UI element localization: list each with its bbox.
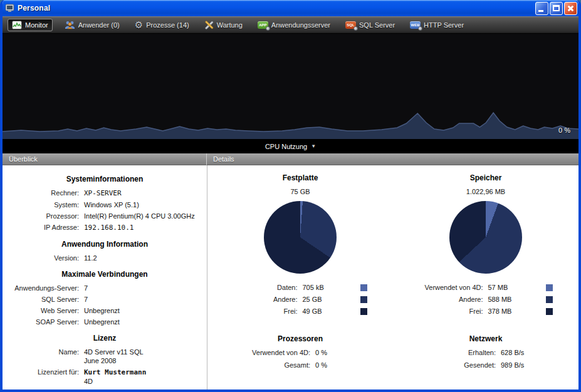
- legend-swatch: [546, 284, 553, 291]
- status-dot: [353, 26, 358, 31]
- info-row: SOAP Server: Unbegrenzt: [3, 318, 207, 326]
- info-row: SQL Server: 7: [3, 296, 207, 303]
- memory-total: 1.022,96 MB: [393, 188, 578, 195]
- sql-server-icon: SQL: [345, 21, 356, 29]
- legend-row: Frei: 49 GB: [234, 307, 367, 315]
- licensed-to-value: Kurt Mustermann4D: [84, 368, 146, 385]
- content-area: Systeminformationen Rechner: XP-SERVER S…: [3, 165, 578, 389]
- window-controls: [535, 2, 577, 15]
- computer-name-value: XP-SERVER: [84, 189, 122, 197]
- toolbar-label: Monitor: [25, 21, 48, 29]
- legend-swatch: [360, 308, 367, 315]
- disk-pie-chart: [264, 201, 337, 274]
- title-bar: Personal: [0, 0, 581, 16]
- stat-row: Verwendet von 4D: 0 %: [207, 349, 393, 356]
- legend-row: Andere: 25 GB: [234, 296, 367, 303]
- minimize-icon: [538, 10, 543, 12]
- toolbar-button-anwender[interactable]: Anwender (0): [61, 19, 123, 31]
- legend-row: Daten: 705 kB: [234, 284, 367, 291]
- info-row: Lizenziert für: Kurt Mustermann4D: [3, 368, 207, 385]
- disk-title: Festplatte: [207, 173, 393, 182]
- graph-source-selector[interactable]: CPU Nutzung ▼: [3, 139, 578, 153]
- users-icon: [65, 21, 75, 29]
- legend-swatch: [360, 284, 367, 291]
- disk-total: 75 GB: [207, 188, 393, 195]
- window-title: Personal: [18, 4, 535, 13]
- toolbar-label: Anwendungsserver: [271, 21, 330, 29]
- info-row: Prozessor: Intel(R) Pentium(R) 4 CPU 3.0…: [3, 212, 207, 220]
- section-title-maximale-verbindungen: Maximale Verbindungen: [3, 270, 207, 279]
- network-title: Netzwerk: [393, 334, 578, 343]
- minimize-button[interactable]: [535, 2, 548, 15]
- status-dot: [418, 26, 422, 31]
- stat-row: Gesamt: 0 %: [207, 361, 393, 369]
- gear-icon: ⚙: [135, 20, 143, 29]
- legend-row: Verwendet von 4D: 57 MB: [419, 284, 553, 291]
- overview-panel-header: Überblick: [3, 153, 207, 165]
- maximize-icon: [553, 5, 560, 11]
- toolbar-button-prozesse[interactable]: ⚙ Prozesse (14): [132, 18, 192, 31]
- legend-row: Andere: 588 MB: [419, 296, 553, 303]
- toolbar-button-monitor[interactable]: Monitor: [8, 19, 53, 31]
- cpu-current-value: 0 %: [558, 126, 570, 134]
- chevron-down-icon: ▼: [311, 143, 316, 149]
- toolbar-label: Wartung: [217, 21, 243, 29]
- section-title-systeminformationen: Systeminformationen: [3, 175, 207, 183]
- panel-headers: Überblick Details: [3, 153, 578, 165]
- tools-icon: [204, 21, 214, 29]
- toolbar-label: Prozesse (14): [146, 21, 189, 29]
- monitor-icon: [12, 21, 22, 29]
- memory-pie-chart: [449, 201, 522, 274]
- stat-row: Gesendet: 989 B/s: [393, 361, 578, 369]
- memory-title: Speicher: [393, 173, 578, 182]
- legend-swatch: [546, 308, 553, 315]
- section-title-lizenz: Lizenz: [3, 334, 207, 343]
- ip-address-value: 192.168.10.1: [84, 224, 133, 232]
- toolbar-label: HTTP Server: [424, 21, 464, 29]
- info-row: System: Windows XP (5.1): [3, 201, 207, 209]
- application-icon: [5, 3, 15, 13]
- graph-source-label: CPU Nutzung: [265, 143, 307, 150]
- details-panel-header: Details: [207, 153, 578, 165]
- web-server-icon: WEB: [410, 21, 421, 29]
- info-row: Name: 4D Server v11 SQLJune 2008: [3, 348, 207, 364]
- memory-section: Speicher 1.022,96 MB Verwendet von 4D: 5…: [393, 165, 578, 374]
- info-row: Web Server: Unbegrenzt: [3, 307, 207, 314]
- processors-title: Prozessoren: [207, 334, 393, 343]
- info-row: Version: 11.2: [3, 254, 207, 262]
- stat-row: Erhalten: 628 B/s: [393, 349, 578, 356]
- license-name-value: 4D Server v11 SQLJune 2008: [84, 348, 144, 364]
- legend-swatch: [546, 296, 553, 303]
- toolbar-button-http-server[interactable]: WEB HTTP Server: [407, 19, 467, 31]
- legend-row: Frei: 378 MB: [419, 307, 553, 315]
- details-panel: Festplatte 75 GB Daten: 705 kB Andere: 2…: [207, 165, 578, 389]
- system-value: Windows XP (5.1): [84, 201, 139, 209]
- maximize-button[interactable]: [550, 2, 563, 15]
- toolbar-button-wartung[interactable]: Wartung: [201, 19, 246, 31]
- toolbar-button-anwendungsserver[interactable]: APP Anwendungsserver: [254, 19, 333, 31]
- legend-swatch: [360, 296, 367, 303]
- status-dot: [266, 26, 270, 31]
- info-row: Anwendungs-Server: 7: [3, 284, 207, 292]
- processor-value: Intel(R) Pentium(R) 4 CPU 3.00GHz: [84, 212, 195, 220]
- toolbar: Monitor Anwender (0) ⚙ Prozesse (14) War…: [3, 16, 578, 34]
- memory-legend: Verwendet von 4D: 57 MB Andere: 588 MB F…: [419, 284, 553, 319]
- section-title-anwendung-information: Anwendung Information: [3, 240, 207, 249]
- toolbar-button-sql-server[interactable]: SQL SQL Server: [342, 19, 398, 31]
- disk-legend: Daten: 705 kB Andere: 25 GB Frei: 49 GB: [234, 284, 367, 319]
- info-row: Rechner: XP-SERVER: [3, 189, 207, 197]
- overview-panel: Systeminformationen Rechner: XP-SERVER S…: [3, 165, 207, 389]
- info-row: IP Adresse: 192.168.10.1: [3, 224, 207, 232]
- toolbar-label: SQL Server: [359, 21, 395, 29]
- app-server-icon: APP: [258, 21, 268, 29]
- close-button[interactable]: [564, 2, 577, 15]
- cpu-area-fill: [3, 113, 578, 139]
- toolbar-label: Anwender (0): [78, 21, 120, 29]
- cpu-usage-graph: 0 %: [3, 34, 578, 139]
- application-window: Personal Monitor Anwender (0) ⚙: [0, 0, 581, 392]
- cpu-usage-area-chart: [3, 97, 578, 139]
- version-value: 11.2: [84, 254, 97, 262]
- disk-section: Festplatte 75 GB Daten: 705 kB Andere: 2…: [207, 165, 393, 374]
